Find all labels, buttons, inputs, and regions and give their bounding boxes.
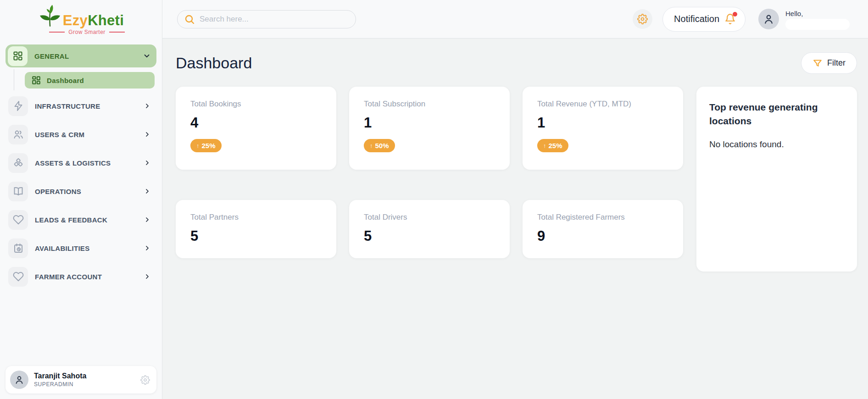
app-root: EzyKheti Grow Smarter GENER (0, 0, 868, 399)
chevron-right-icon (144, 244, 151, 252)
arrow-up-icon: ↑ (370, 143, 373, 149)
brand-name: EzyKheti (63, 13, 124, 28)
stat-card-total-bookings: Total Bookings 4 ↑ 25% (176, 87, 336, 170)
calendar-clock-icon (8, 238, 28, 258)
avatar (10, 371, 28, 389)
sidebar-item-label: ASSETS & LOGISTICS (35, 159, 111, 167)
search-bar[interactable] (177, 10, 356, 28)
top-locations-card: Top revenue generating locations No loca… (696, 87, 857, 272)
filter-button[interactable]: Filter (801, 52, 857, 74)
sidebar-item-label: FARMER ACCOUNT (35, 273, 102, 281)
trend-badge: ↑ 50% (364, 139, 395, 152)
stat-card-total-registered-farmers: Total Registered Farmers 9 (523, 200, 683, 258)
chevron-right-icon (144, 188, 151, 195)
sidebar-item-assets-logistics[interactable]: ASSETS & LOGISTICS (6, 153, 156, 173)
sidebar-item-label: LEADS & FEEDBACK (35, 216, 107, 224)
sidebar-item-availabilities[interactable]: AVAILABILITIES (6, 238, 156, 258)
user-chip: Hello, (758, 9, 850, 30)
filter-label: Filter (827, 58, 846, 68)
heart-icon (8, 210, 28, 230)
sidebar-item-label: GENERAL (34, 52, 69, 60)
book-open-icon (8, 182, 28, 201)
settings-button[interactable] (633, 9, 652, 29)
notification-button[interactable]: Notification (662, 7, 746, 32)
trend-badge: ↑ 25% (537, 139, 568, 152)
sidebar-item-general[interactable]: GENERAL (6, 44, 156, 67)
sidebar-item-label: Dashboard (47, 77, 84, 84)
filter-icon (812, 58, 823, 68)
locations-card-title: Top revenue generating locations (709, 100, 829, 128)
sidebar-item-infrastructure[interactable]: INFRASTRUCTURE (6, 96, 156, 116)
stat-label: Total Registered Farmers (537, 213, 668, 222)
stat-card-total-revenue: Total Revenue (YTD, MTD) 1 ↑ 25% (523, 87, 683, 170)
chevron-right-icon (144, 216, 151, 223)
badge-value: 25% (549, 142, 562, 149)
stats-grid: Total Bookings 4 ↑ 25% Total Subscriptio… (176, 87, 683, 258)
gear-icon (637, 14, 648, 24)
locations-empty-text: No locations found. (709, 139, 844, 150)
sidebar-item-operations[interactable]: OPERATIONS (6, 181, 156, 201)
stat-value: 9 (537, 228, 668, 244)
chevron-right-icon (144, 102, 151, 110)
arrow-up-icon: ↑ (543, 143, 546, 149)
sidebar-item-label: INFRASTRUCTURE (35, 102, 100, 110)
redacted-user-name (785, 19, 850, 30)
stat-card-total-drivers: Total Drivers 5 (349, 200, 510, 258)
profile-settings-icon[interactable] (140, 375, 150, 385)
content-column: Notification (162, 0, 868, 399)
chevron-right-icon (144, 131, 151, 138)
topbar-actions: Notification (633, 7, 850, 32)
brand-logo[interactable]: EzyKheti Grow Smarter (0, 0, 162, 38)
badge-value: 25% (202, 142, 216, 149)
stat-value: 4 (190, 115, 322, 131)
sidebar-item-label: USERS & CRM (35, 131, 84, 139)
page-header: Dashboard Filter (176, 52, 857, 74)
user-profile-card[interactable]: Taranjit Sahota SUPERADMIN (6, 366, 156, 393)
sidebar-item-label: OPERATIONS (35, 188, 81, 195)
sidebar-item-leads-feedback[interactable]: LEADS & FEEDBACK (6, 210, 156, 230)
stat-value: 1 (364, 115, 495, 131)
avatar[interactable] (758, 9, 779, 29)
sidebar-item-label: AVAILABILITIES (35, 244, 89, 252)
search-icon (184, 14, 195, 25)
users-icon (8, 125, 28, 144)
stat-value: 1 (537, 115, 668, 131)
profile-role: SUPERADMIN (34, 381, 86, 388)
trend-badge: ↑ 25% (190, 139, 222, 152)
plant-logo-icon (38, 4, 62, 28)
search-input[interactable] (200, 15, 337, 24)
stat-card-total-subscription: Total Subscription 1 ↑ 50% (349, 87, 510, 170)
submenu-tree-line (14, 69, 14, 90)
brand-tagline: Grow Smarter (49, 29, 125, 35)
notification-label: Notification (674, 14, 719, 24)
stat-value: 5 (364, 228, 495, 244)
dashboard-cards: Total Bookings 4 ↑ 25% Total Subscriptio… (176, 87, 857, 272)
dashboard-grid-icon (8, 46, 28, 66)
sidebar-nav: GENERAL Dashboard (0, 38, 162, 295)
topbar: Notification (162, 0, 868, 39)
dashboard-grid-icon (31, 75, 41, 85)
profile-name: Taranjit Sahota (34, 372, 86, 380)
bell-icon (724, 13, 736, 25)
stat-label: Total Subscription (364, 100, 495, 109)
stat-label: Total Bookings (190, 100, 322, 109)
stat-card-total-partners: Total Partners 5 (176, 200, 336, 258)
chevron-right-icon (144, 159, 151, 166)
page-title: Dashboard (176, 54, 252, 72)
heart-icon (8, 267, 28, 287)
badge-value: 50% (375, 142, 389, 149)
notification-badge-dot (733, 12, 737, 17)
boxes-icon (8, 153, 28, 173)
main-content: Dashboard Filter Total Booki (162, 39, 868, 399)
greeting-block: Hello, (785, 9, 850, 30)
chevron-right-icon (144, 273, 151, 280)
stat-label: Total Revenue (YTD, MTD) (537, 100, 668, 109)
sidebar-item-dashboard[interactable]: Dashboard (25, 72, 155, 89)
chevron-down-icon (143, 52, 151, 60)
sidebar-item-users-crm[interactable]: USERS & CRM (6, 124, 156, 144)
stat-label: Total Drivers (364, 213, 495, 222)
sidebar-item-farmer-account[interactable]: FARMER ACCOUNT (6, 266, 156, 287)
sidebar: EzyKheti Grow Smarter GENER (0, 0, 162, 399)
stat-label: Total Partners (190, 213, 322, 222)
greeting-text: Hello, (785, 10, 850, 17)
